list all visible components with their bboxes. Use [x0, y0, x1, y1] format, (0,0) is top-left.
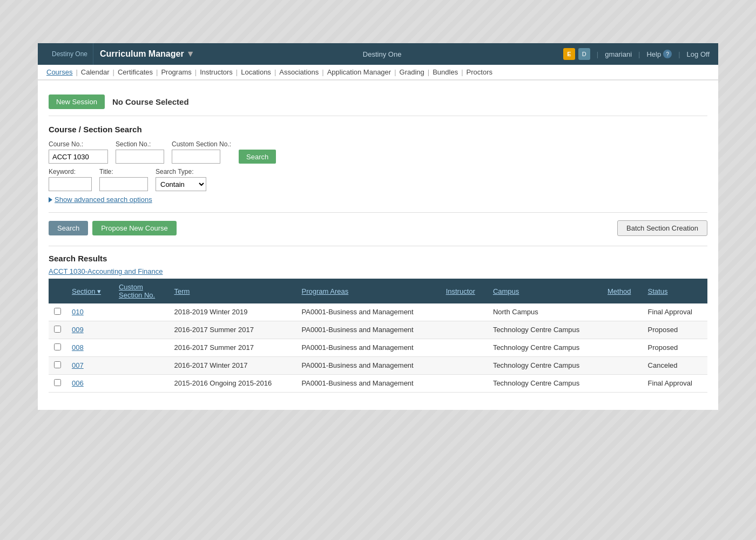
row-custom-section-no: [113, 303, 169, 321]
results-divider: [49, 246, 707, 246]
brand: Destiny One Curriculum Manager ▼: [46, 43, 201, 65]
actions-row: Search Propose New Course Batch Section …: [49, 220, 707, 236]
nav-associations[interactable]: Associations: [279, 68, 319, 76]
nav-locations[interactable]: Locations: [241, 68, 271, 76]
nav-grading[interactable]: Grading: [400, 68, 424, 76]
table-row: 007 2016-2017 Winter 2017 PA0001-Busines…: [49, 357, 707, 375]
section-no-input[interactable]: [116, 150, 164, 164]
results-section: Search Results ACCT 1030-Accounting and …: [49, 254, 707, 393]
secondary-nav: Courses | Calendar | Certificates | Prog…: [38, 65, 718, 80]
section-link[interactable]: 009: [72, 326, 84, 334]
row-program-areas: PA0001-Business and Management: [296, 357, 441, 375]
section-no-group: Section No.:: [116, 140, 164, 164]
custom-section-no-group: Custom Section No.:: [172, 140, 231, 164]
row-status: Final Approval: [643, 375, 707, 393]
search-divider: [49, 212, 707, 213]
help-link[interactable]: Help ?: [646, 50, 672, 58]
course-no-group: Course No.:: [49, 140, 108, 164]
row-checkbox[interactable]: [54, 343, 61, 350]
search-button[interactable]: Search: [49, 221, 88, 235]
notifications-icon[interactable]: D: [578, 48, 590, 60]
row-instructor: [441, 357, 488, 375]
section-link[interactable]: 007: [72, 361, 84, 369]
table-row: 008 2016-2017 Summer 2017 PA0001-Busines…: [49, 339, 707, 357]
batch-section-creation-button[interactable]: Batch Section Creation: [617, 220, 707, 236]
section-link[interactable]: 008: [72, 343, 84, 352]
nav-calendar[interactable]: Calendar: [81, 68, 110, 76]
row-term: 2015-2016 Ongoing 2015-2016: [169, 375, 296, 393]
actions-left: Search Propose New Course: [49, 221, 177, 235]
row-checkbox[interactable]: [54, 326, 61, 333]
row-instructor: [441, 321, 488, 339]
row-status: Canceled: [643, 357, 707, 375]
propose-new-course-button[interactable]: Propose New Course: [92, 221, 177, 235]
results-table: Section ▾ CustomSection No. Term Program…: [49, 279, 707, 393]
row-status: Proposed: [643, 339, 707, 357]
section-link[interactable]: 006: [72, 379, 84, 387]
nav-proctors[interactable]: Proctors: [467, 68, 492, 76]
course-result-link[interactable]: ACCT 1030-Accounting and Finance: [49, 267, 163, 275]
top-bar-center: Destiny One: [201, 50, 563, 58]
row-custom-section-no: [113, 357, 169, 375]
search-type-select[interactable]: Contain Exact Starts With: [156, 177, 206, 191]
row-checkbox[interactable]: [54, 361, 61, 368]
course-no-input[interactable]: [49, 150, 108, 164]
help-circle-icon: ?: [663, 50, 672, 58]
email-icon[interactable]: E: [563, 48, 575, 60]
brand-destiny: Destiny One: [46, 43, 93, 65]
section-no-label: Section No.:: [116, 140, 164, 148]
custom-section-no-label: Custom Section No.:: [172, 140, 231, 148]
row-section: 009: [66, 321, 113, 339]
actions-right: Batch Section Creation: [617, 220, 707, 236]
row-checkbox-cell: [49, 321, 66, 339]
col-term: Term: [169, 279, 296, 303]
new-session-button[interactable]: New Session: [49, 94, 105, 109]
title-input[interactable]: [99, 177, 148, 191]
title-group: Title:: [99, 168, 148, 191]
nav-courses[interactable]: Courses: [46, 68, 72, 76]
page-content: New Session No Course Selected Course / …: [38, 80, 718, 410]
row-term: 2018-2019 Winter 2019: [169, 303, 296, 321]
row-custom-section-no: [113, 375, 169, 393]
col-section: Section ▾: [66, 279, 113, 303]
col-program-areas: Program Areas: [296, 279, 441, 303]
row-method: [602, 303, 643, 321]
search-button-top[interactable]: Search: [239, 150, 276, 164]
brand-arrow-icon[interactable]: ▼: [186, 49, 195, 59]
course-no-label: Course No.:: [49, 140, 108, 148]
row-checkbox[interactable]: [54, 379, 61, 386]
row-custom-section-no: [113, 339, 169, 357]
triangle-icon: [49, 197, 52, 202]
row-program-areas: PA0001-Business and Management: [296, 303, 441, 321]
row-campus: Technology Centre Campus: [488, 357, 602, 375]
search-type-group: Search Type: Contain Exact Starts With: [156, 168, 206, 191]
row-campus: Technology Centre Campus: [488, 375, 602, 393]
row-method: [602, 375, 643, 393]
nav-certificates[interactable]: Certificates: [118, 68, 153, 76]
col-status: Status: [643, 279, 707, 303]
nav-programs[interactable]: Programs: [161, 68, 191, 76]
row-section: 007: [66, 357, 113, 375]
keyword-group: Keyword:: [49, 168, 92, 191]
row-instructor: [441, 339, 488, 357]
nav-application-manager[interactable]: Application Manager: [327, 68, 392, 76]
table-row: 006 2015-2016 Ongoing 2015-2016 PA0001-B…: [49, 375, 707, 393]
row-term: 2016-2017 Summer 2017: [169, 339, 296, 357]
nav-instructors[interactable]: Instructors: [200, 68, 233, 76]
search-section: Course / Section Search Course No.: Sect…: [49, 125, 707, 204]
row-campus: Technology Centre Campus: [488, 321, 602, 339]
row-custom-section-no: [113, 321, 169, 339]
col-campus: Campus: [488, 279, 602, 303]
keyword-input[interactable]: [49, 177, 92, 191]
row-section: 008: [66, 339, 113, 357]
advanced-search-link[interactable]: Show advanced search options: [49, 195, 707, 204]
row-term: 2016-2017 Summer 2017: [169, 321, 296, 339]
logoff-link[interactable]: Log Off: [687, 50, 710, 58]
nav-bundles[interactable]: Bundles: [433, 68, 458, 76]
row-status: Proposed: [643, 321, 707, 339]
row-method: [602, 357, 643, 375]
row-checkbox[interactable]: [54, 308, 61, 315]
custom-section-no-input[interactable]: [172, 150, 220, 164]
row-method: [602, 339, 643, 357]
section-link[interactable]: 010: [72, 308, 84, 316]
